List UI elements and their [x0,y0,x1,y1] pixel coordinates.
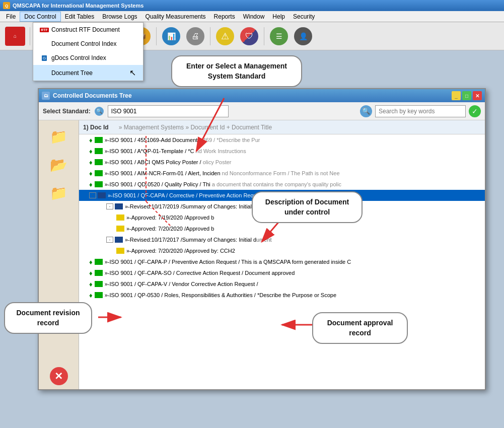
menu-window[interactable]: Window [239,12,269,21]
tree-row[interactable]: ♦ »-ISO 9001 / QF-CAPA-P / Preventive Ac… [79,256,485,267]
color-block-green [95,259,103,265]
tree-row[interactable]: ♦ »-ISO 9001 / A*QP-01-Template / *C nd … [79,146,485,157]
sub-window-icon: 🗂 [42,92,50,100]
tree-row[interactable]: ♦ »-ISO 9001 / QF-CAPA-SO / Corrective A… [79,267,485,278]
annotation-management-system: Enter or Select a Management System Stan… [171,55,302,87]
tree-row-text: »-ISO 9001 / QD-0520 / Quality Policy / … [105,181,210,187]
maximize-button[interactable]: □ [462,91,471,100]
home-icon: ⌂ [14,33,17,39]
tree-row-revision-2[interactable]: - »-Revised:10/17/2017 /Summary of Chang… [79,234,485,245]
tree-row-text: »-ISO 9001 / 4551069-Add Document... [105,137,202,143]
list-icon: ☰ [276,32,282,40]
toolbar-btn-agent[interactable]: 👤 [292,25,314,47]
color-block-green [95,159,103,165]
empty-icon [40,40,48,48]
tree-row-approved-text: »-Approved: 7/19/2020 /Approved b [126,215,214,221]
toolbar-btn-list[interactable]: ☰ [268,25,290,47]
sidebar-folder-yellow[interactable]: 📁 [47,124,71,149]
tree-pointer-icon: ♦ [89,292,93,299]
tree-row[interactable]: ♦ »-ISO 9001 / 4551069-Add Document... *… [79,134,485,146]
app-icon: Q [3,2,10,9]
color-block-green [95,270,103,276]
chart-icon: 📊 [167,32,176,40]
tree-row-text: »-ISO 9001 / AIM-NCR-Form-01 / Alert, In… [105,170,221,176]
dropdown-construct-rtf[interactable]: RTF Construct RTF Document [33,23,143,37]
menu-quality-measurements[interactable]: Quality Measurements [141,12,210,21]
tree-pointer-icon: ♦ [89,280,93,288]
menu-reports[interactable]: Reports [210,12,239,21]
sidebar-folder-red[interactable]: 📂 [47,153,71,177]
toolbar-btn-warning[interactable]: ⚠ [214,25,236,47]
dropdown-document-tree[interactable]: Document Tree ↖ [33,65,143,81]
tree-row[interactable]: ♦ »-ISO 9001 / QF-CAPA-V / Vendor Correc… [79,278,485,290]
menu-security[interactable]: Security [289,12,319,21]
tree-row[interactable]: ♦ »-ISO 9001 / ABCI QMS Policy Poster / … [79,157,485,168]
dropdown-document-tree-label: Document Tree [51,69,93,77]
dropdown-doc-control-index[interactable]: Document Control Index [33,37,143,51]
tree-expand-box[interactable]: - [89,192,96,198]
menu-edit-tables[interactable]: Edit Tables [61,12,98,21]
tree-pointer-icon: ♦ [89,181,93,188]
keyword-search-input[interactable] [375,105,466,117]
color-block-blue [98,192,106,198]
dropdown-gdocs[interactable]: G gDocs Control Index [33,51,143,65]
keyword-search-icon[interactable]: 🔍 [360,105,372,117]
tree-pointer-icon: ♦ [89,159,93,166]
tree-row-revision-2-text: »-Revised:10/17/2017 /Summary of Changes… [125,237,256,243]
annotation-description: Description of Document under control [252,191,363,223]
color-block-yellow [116,215,124,221]
tree-row-approved-3[interactable]: »-Approved: 7/20/2020 /Approved by: CCH2 [79,245,485,256]
color-block-yellow-3 [116,248,124,254]
tree-row[interactable]: ♦ »-ISO 9001 / QD-0520 / Quality Policy … [79,179,485,190]
toolbar-btn-printer[interactable]: 🖨 [184,25,206,47]
standard-input[interactable] [108,105,229,117]
tree-header-path: » Management Systems » Document Id + Doc… [119,124,272,131]
tree-scroll-area[interactable]: ♦ »-ISO 9001 / 4551069-Add Document... *… [79,134,485,389]
tree-pointer-icon: ♦ [89,136,93,144]
annotation-management-system-text: Enter or Select a Management System Stan… [186,62,287,80]
annotation-revision-record-text: Document revision record [16,309,80,327]
menu-doc-control[interactable]: Doc Control [20,12,60,22]
tree-row-tail: olicy Poster [201,159,232,165]
tree-row[interactable]: ♦ »-ISO 9001 / AIM-NCR-Form-01 / Alert, … [79,168,485,179]
toolbar-btn-home[interactable]: ⌂ [4,25,26,47]
menu-bar: File Doc Control Edit Tables Browse Logs… [0,11,504,22]
dropdown-gdocs-label: gDocs Control Index [51,54,106,61]
sidebar-bottom: ✕ [50,367,68,385]
title-bar: Q QMSCAPA for International Management S… [0,0,504,11]
tree-row-tail: nd Work Instructions [194,148,246,154]
tree-header-docid: 1) Doc Id [83,124,109,131]
close-button[interactable]: ✕ [473,91,482,100]
sub-window-title: Controlled Documents Tree [53,92,132,99]
menu-help[interactable]: Help [268,12,289,21]
color-block-dark-blue [115,203,123,209]
left-sidebar: 📁 📂 📁 ✕ [39,120,79,389]
color-block-dark-blue-2 [115,237,123,243]
tree-expand-box[interactable]: - [106,203,113,209]
color-block-green [95,292,103,298]
select-standard-search-icon[interactable]: 🔍 [95,107,104,116]
tree-pointer-icon: ♦ [89,269,93,277]
annotation-revision-record: Document revision record [4,302,92,334]
tree-row-tail: a document that contains the company's q… [210,181,341,187]
minimize-button[interactable]: _ [452,91,461,100]
sub-window-titlebar: 🗂 Controlled Documents Tree _ □ ✕ [39,89,485,102]
doc-icon: G [40,54,48,62]
menu-browse-logs[interactable]: Browse Logs [98,12,141,21]
close-circle-button[interactable]: ✕ [50,367,68,385]
tree-pointer-icon: ♦ [89,148,93,155]
menu-file[interactable]: File [2,12,20,21]
tree-row[interactable]: ♦ »-ISO 9001 / QP-0530 / Roles, Responsi… [79,290,485,301]
tree-expand-box-2[interactable]: - [106,237,113,243]
tree-row-text: »-ISO 9001 / QF-CAPA-P / Preventive Acti… [105,259,351,265]
keyword-search-group: 🔍 ✓ [360,105,481,117]
sidebar-folder-yellow-2[interactable]: 📁 [47,181,71,205]
search-confirm-button[interactable]: ✓ [469,105,481,117]
tree-row-approved-2[interactable]: »-Approved: 7/20/2020 /Approved b [79,223,485,234]
toolbar-sep-2 [156,27,157,45]
toolbar-btn-shield[interactable]: 🛡 [238,25,260,47]
controlled-documents-tree-window: 🗂 Controlled Documents Tree _ □ ✕ Select… [38,88,486,390]
dropdown-doc-control-index-label: Document Control Index [51,40,116,47]
sub-window-controls: _ □ ✕ [452,91,482,100]
toolbar-btn-chart[interactable]: 📊 [160,25,182,47]
